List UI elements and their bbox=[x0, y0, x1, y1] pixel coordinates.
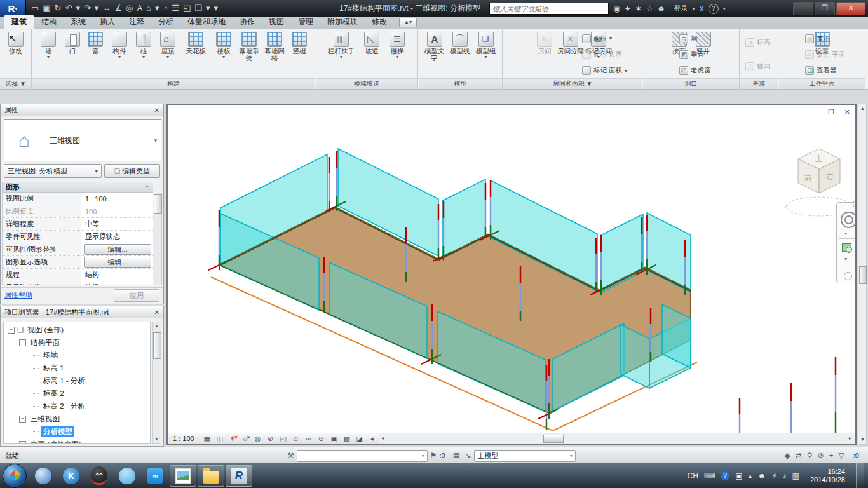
sync-icon[interactable]: ↻ bbox=[55, 0, 62, 17]
scroll-down-icon[interactable]: ▼ bbox=[153, 435, 160, 443]
property-value[interactable]: 中等 bbox=[81, 219, 154, 229]
scroll-left-icon[interactable]: ◂ bbox=[381, 435, 384, 442]
horizontal-scrollbar[interactable]: ◂ ▸ bbox=[379, 433, 855, 444]
edit-type-button[interactable]: ❏ 编辑类型 bbox=[104, 164, 160, 178]
ribbon-button-model-group[interactable]: 模型组▾ bbox=[473, 30, 499, 59]
taskbar-browser-icon[interactable] bbox=[30, 465, 57, 487]
tab-视图[interactable]: 视图 bbox=[262, 15, 291, 29]
ribbon-button-roof[interactable]: 屋顶▾ bbox=[156, 30, 180, 59]
minimize-button[interactable]: ─ bbox=[793, 2, 813, 15]
panel-label[interactable]: 模型 bbox=[419, 78, 502, 89]
graphics-section-header[interactable]: 图形 ⌃ bbox=[2, 182, 153, 193]
tray-expand-icon[interactable]: ▴ bbox=[748, 471, 752, 480]
taskbar-photo-viewer-icon[interactable] bbox=[170, 465, 196, 487]
properties-header[interactable]: 属性 ✕ bbox=[1, 104, 163, 116]
communication-center-icon[interactable]: ✶ bbox=[635, 4, 642, 13]
measure-icon[interactable]: ↔ bbox=[102, 0, 111, 17]
steering-wheel-icon[interactable] bbox=[841, 212, 857, 228]
tree-item[interactable]: 分析模型 bbox=[4, 425, 150, 438]
panel-label[interactable]: 洞口 bbox=[643, 78, 739, 89]
taskbar-explorer-icon[interactable] bbox=[198, 465, 224, 487]
ribbon-button-model-text[interactable]: 模型文字 bbox=[423, 30, 447, 62]
scroll-up-icon[interactable]: ▲ bbox=[153, 322, 160, 330]
home-dropdown-icon[interactable]: ▾ bbox=[155, 0, 159, 17]
zoom-icon[interactable] bbox=[842, 243, 851, 252]
ribbon-button-door[interactable]: 门 bbox=[62, 30, 83, 55]
browser-scrollbar[interactable]: ▲ ▼ bbox=[152, 322, 161, 444]
sign-in-icon[interactable]: ☻ bbox=[657, 4, 666, 13]
switch-dropdown-icon[interactable]: ▾ bbox=[206, 0, 210, 17]
help-tray-icon[interactable]: ? bbox=[721, 471, 729, 480]
switch-windows-icon[interactable]: ❏ bbox=[194, 0, 202, 17]
ribbon-small-button-x-orange[interactable]: 标记 面积▾ bbox=[582, 66, 638, 75]
navbar-collapse-icon[interactable]: − bbox=[844, 272, 852, 280]
tree-expand-icon[interactable]: − bbox=[19, 416, 26, 423]
prev-pan-icon[interactable]: ◂ bbox=[366, 434, 379, 444]
taskbar-k-app-icon[interactable]: K bbox=[58, 465, 85, 487]
help-dropdown-icon[interactable]: ▾ bbox=[723, 6, 726, 11]
crop-view-icon[interactable]: ⊘ bbox=[264, 434, 277, 444]
qq-tray-icon[interactable]: ☻ bbox=[758, 471, 766, 480]
tree-item[interactable]: 标高 2 - 分析 bbox=[4, 400, 150, 412]
manage-links-icon[interactable]: ▤ bbox=[451, 451, 463, 460]
panel-label[interactable]: 构建 bbox=[32, 78, 315, 89]
taskbar-revit-icon[interactable]: R bbox=[226, 465, 252, 487]
select-by-face-icon[interactable]: ⊘ bbox=[815, 451, 827, 460]
worksets-icon[interactable]: ⚒ bbox=[285, 451, 297, 460]
select-links-icon[interactable]: ◆ bbox=[782, 451, 792, 460]
tree-item[interactable]: −结构平面 bbox=[4, 336, 150, 349]
tree-item[interactable]: 标高 1 bbox=[4, 362, 150, 374]
scroll-up-icon[interactable]: ▲ bbox=[859, 105, 866, 112]
search-input[interactable] bbox=[489, 3, 609, 15]
taskbar-clock[interactable]: 16:24 2014/10/28 bbox=[805, 468, 850, 484]
tab-管理[interactable]: 管理 bbox=[291, 15, 320, 29]
tab-修改[interactable]: 修改 bbox=[365, 15, 394, 29]
ribbon-small-button-x-orange[interactable]: 面积▾ bbox=[582, 34, 638, 43]
temporary-view-icon[interactable]: ▣ bbox=[328, 434, 341, 444]
ribbon-button-curtain-system[interactable]: 幕墙系统 bbox=[237, 30, 261, 62]
tree-item[interactable]: 场地 bbox=[4, 349, 150, 362]
ribbon-button-ceiling[interactable]: 天花板 bbox=[181, 30, 210, 55]
tab-协作[interactable]: 协作 bbox=[233, 15, 262, 29]
taskbar-baidu-cloud-icon[interactable]: ∞ bbox=[142, 465, 168, 487]
editable-only-icon[interactable]: ⚑ bbox=[428, 451, 440, 460]
tab-collapse-icon[interactable]: ▲▾ bbox=[399, 18, 417, 27]
rendering-dialog-icon[interactable]: ◍ bbox=[252, 434, 264, 444]
undo-icon[interactable]: ↶ bbox=[65, 0, 72, 17]
temporary-hide-icon[interactable]: ∞ bbox=[302, 434, 315, 444]
text-icon[interactable]: A bbox=[137, 0, 142, 17]
ribbon-button-column[interactable]: 柱▾ bbox=[133, 30, 154, 59]
property-value[interactable]: 100 bbox=[81, 208, 154, 215]
section-icon[interactable]: ◔ bbox=[163, 0, 168, 17]
ribbon-button-curtain-grid[interactable]: 幕墙网格 bbox=[262, 30, 287, 62]
ribbon-button-window[interactable]: 窗 bbox=[85, 30, 106, 55]
project-browser-header[interactable]: 项目浏览器 - 17#楼结构平面图.rvt ✕ bbox=[1, 306, 163, 318]
edit-button[interactable]: 编辑... bbox=[84, 257, 151, 268]
tab-附加模块[interactable]: 附加模块 bbox=[320, 15, 365, 29]
taskbar-qq-blue-icon[interactable] bbox=[114, 465, 140, 487]
customize-qat-icon[interactable]: ▾ bbox=[214, 0, 218, 17]
properties-scrollbar[interactable] bbox=[153, 193, 162, 285]
type-selector[interactable]: ⌂ 三维视图 ▾ bbox=[4, 119, 161, 161]
ribbon-small-button-wallop[interactable]: 墙 bbox=[679, 34, 735, 43]
workset-selector[interactable]: ▾ bbox=[297, 450, 428, 462]
edit-button[interactable]: 编辑... bbox=[84, 244, 151, 255]
design-option-selector[interactable]: 主模型 ▾ bbox=[474, 450, 576, 462]
unlocked-view-icon[interactable]: ⌂ bbox=[290, 434, 302, 444]
vertical-scrollbar[interactable]: ▲ ▼ bbox=[858, 104, 867, 445]
view-close-icon[interactable]: ✕ bbox=[844, 108, 850, 116]
detail-level-icon[interactable]: ▦ bbox=[201, 434, 214, 444]
help-icon[interactable]: ? bbox=[709, 4, 719, 14]
tab-注释[interactable]: 注释 bbox=[122, 15, 151, 29]
ribbon-button-ramp[interactable]: 坡道 bbox=[360, 30, 384, 55]
type-dropdown-icon[interactable]: ▾ bbox=[151, 137, 161, 144]
drag-on-selection-icon[interactable]: + bbox=[827, 451, 836, 460]
keyboard-icon[interactable]: ⌨ bbox=[704, 471, 715, 480]
ribbon-small-button-viewer[interactable]: 查看器 bbox=[805, 66, 861, 75]
redo-icon[interactable]: ↷ bbox=[84, 0, 91, 17]
property-value[interactable]: 结构 bbox=[81, 270, 154, 280]
taskbar-qq-icon[interactable]: ᴖᴖ bbox=[86, 465, 112, 487]
favorites-icon[interactable]: ☆ bbox=[646, 4, 653, 13]
view-restore-icon[interactable]: ❐ bbox=[828, 108, 834, 116]
view-scale-button[interactable]: 1 : 100 bbox=[168, 435, 201, 442]
